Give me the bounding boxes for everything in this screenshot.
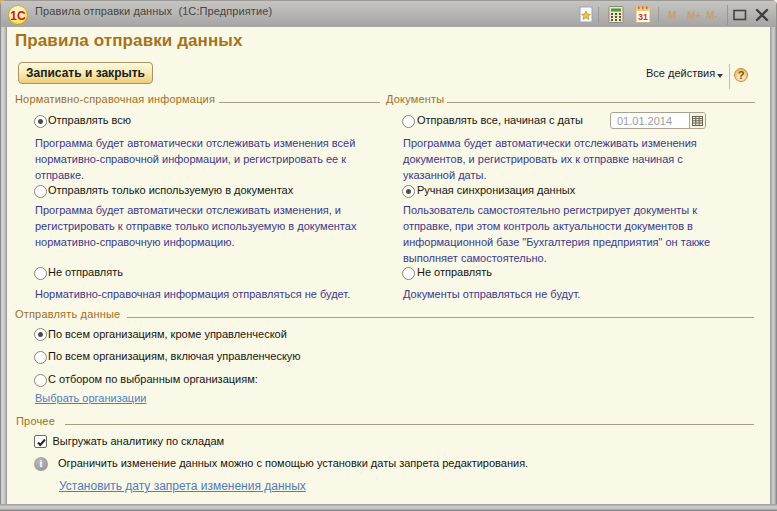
svg-text:1С: 1С xyxy=(10,9,26,23)
svg-text:31: 31 xyxy=(638,12,648,22)
